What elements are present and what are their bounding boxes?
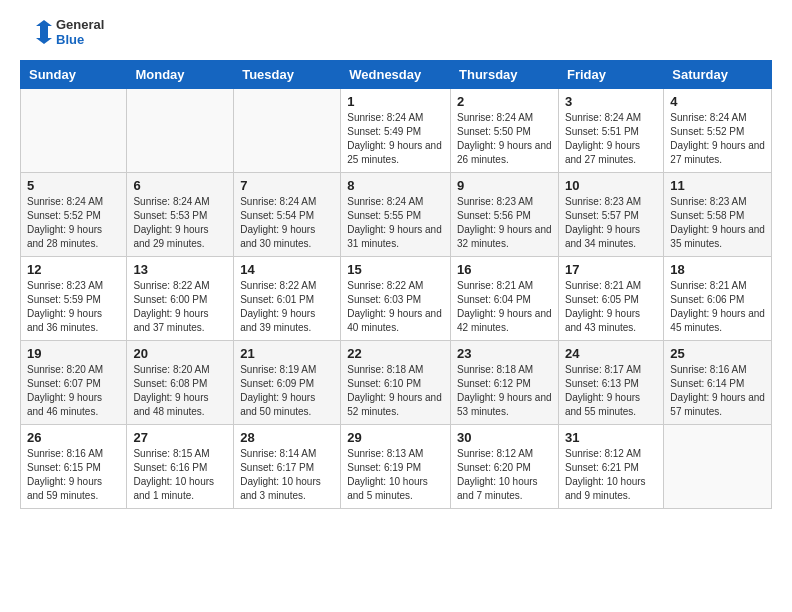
logo: General Blue — [20, 16, 104, 48]
day-number: 23 — [457, 346, 552, 361]
calendar-cell: 24Sunrise: 8:17 AMSunset: 6:13 PMDayligh… — [558, 341, 663, 425]
day-number: 30 — [457, 430, 552, 445]
calendar: SundayMondayTuesdayWednesdayThursdayFrid… — [20, 60, 772, 509]
calendar-cell — [664, 425, 772, 509]
day-number: 31 — [565, 430, 657, 445]
calendar-cell: 13Sunrise: 8:22 AMSunset: 6:00 PMDayligh… — [127, 257, 234, 341]
day-number: 11 — [670, 178, 765, 193]
day-info: Sunrise: 8:22 AMSunset: 6:03 PMDaylight:… — [347, 279, 444, 335]
weekday-header-tuesday: Tuesday — [234, 61, 341, 89]
day-info: Sunrise: 8:22 AMSunset: 6:00 PMDaylight:… — [133, 279, 227, 335]
day-number: 14 — [240, 262, 334, 277]
calendar-cell: 18Sunrise: 8:21 AMSunset: 6:06 PMDayligh… — [664, 257, 772, 341]
header: General Blue — [20, 16, 772, 48]
calendar-cell — [21, 89, 127, 173]
day-info: Sunrise: 8:13 AMSunset: 6:19 PMDaylight:… — [347, 447, 444, 503]
day-number: 28 — [240, 430, 334, 445]
calendar-cell: 1Sunrise: 8:24 AMSunset: 5:49 PMDaylight… — [341, 89, 451, 173]
day-info: Sunrise: 8:20 AMSunset: 6:08 PMDaylight:… — [133, 363, 227, 419]
day-number: 16 — [457, 262, 552, 277]
day-info: Sunrise: 8:14 AMSunset: 6:17 PMDaylight:… — [240, 447, 334, 503]
day-number: 15 — [347, 262, 444, 277]
day-info: Sunrise: 8:24 AMSunset: 5:50 PMDaylight:… — [457, 111, 552, 167]
day-number: 9 — [457, 178, 552, 193]
calendar-cell: 9Sunrise: 8:23 AMSunset: 5:56 PMDaylight… — [451, 173, 559, 257]
day-info: Sunrise: 8:24 AMSunset: 5:49 PMDaylight:… — [347, 111, 444, 167]
day-info: Sunrise: 8:24 AMSunset: 5:53 PMDaylight:… — [133, 195, 227, 251]
calendar-cell: 22Sunrise: 8:18 AMSunset: 6:10 PMDayligh… — [341, 341, 451, 425]
day-info: Sunrise: 8:24 AMSunset: 5:54 PMDaylight:… — [240, 195, 334, 251]
day-info: Sunrise: 8:15 AMSunset: 6:16 PMDaylight:… — [133, 447, 227, 503]
calendar-cell: 3Sunrise: 8:24 AMSunset: 5:51 PMDaylight… — [558, 89, 663, 173]
day-number: 21 — [240, 346, 334, 361]
day-number: 29 — [347, 430, 444, 445]
day-number: 8 — [347, 178, 444, 193]
calendar-cell: 23Sunrise: 8:18 AMSunset: 6:12 PMDayligh… — [451, 341, 559, 425]
day-info: Sunrise: 8:18 AMSunset: 6:10 PMDaylight:… — [347, 363, 444, 419]
calendar-cell: 31Sunrise: 8:12 AMSunset: 6:21 PMDayligh… — [558, 425, 663, 509]
page: General Blue SundayMondayTuesdayWednesda… — [0, 0, 792, 525]
day-number: 6 — [133, 178, 227, 193]
calendar-cell: 10Sunrise: 8:23 AMSunset: 5:57 PMDayligh… — [558, 173, 663, 257]
calendar-cell: 16Sunrise: 8:21 AMSunset: 6:04 PMDayligh… — [451, 257, 559, 341]
day-number: 13 — [133, 262, 227, 277]
day-info: Sunrise: 8:16 AMSunset: 6:15 PMDaylight:… — [27, 447, 120, 503]
calendar-cell: 17Sunrise: 8:21 AMSunset: 6:05 PMDayligh… — [558, 257, 663, 341]
logo-text: General — [56, 17, 104, 32]
weekday-header-sunday: Sunday — [21, 61, 127, 89]
calendar-cell: 29Sunrise: 8:13 AMSunset: 6:19 PMDayligh… — [341, 425, 451, 509]
day-number: 2 — [457, 94, 552, 109]
calendar-cell: 5Sunrise: 8:24 AMSunset: 5:52 PMDaylight… — [21, 173, 127, 257]
day-info: Sunrise: 8:24 AMSunset: 5:55 PMDaylight:… — [347, 195, 444, 251]
calendar-cell: 4Sunrise: 8:24 AMSunset: 5:52 PMDaylight… — [664, 89, 772, 173]
day-number: 26 — [27, 430, 120, 445]
calendar-week-row: 5Sunrise: 8:24 AMSunset: 5:52 PMDaylight… — [21, 173, 772, 257]
calendar-cell: 20Sunrise: 8:20 AMSunset: 6:08 PMDayligh… — [127, 341, 234, 425]
day-info: Sunrise: 8:18 AMSunset: 6:12 PMDaylight:… — [457, 363, 552, 419]
calendar-cell — [127, 89, 234, 173]
day-number: 18 — [670, 262, 765, 277]
day-info: Sunrise: 8:12 AMSunset: 6:21 PMDaylight:… — [565, 447, 657, 503]
calendar-cell: 26Sunrise: 8:16 AMSunset: 6:15 PMDayligh… — [21, 425, 127, 509]
day-number: 5 — [27, 178, 120, 193]
weekday-header-saturday: Saturday — [664, 61, 772, 89]
calendar-cell: 30Sunrise: 8:12 AMSunset: 6:20 PMDayligh… — [451, 425, 559, 509]
weekday-header-monday: Monday — [127, 61, 234, 89]
day-info: Sunrise: 8:24 AMSunset: 5:52 PMDaylight:… — [670, 111, 765, 167]
calendar-cell — [234, 89, 341, 173]
day-info: Sunrise: 8:12 AMSunset: 6:20 PMDaylight:… — [457, 447, 552, 503]
calendar-cell: 11Sunrise: 8:23 AMSunset: 5:58 PMDayligh… — [664, 173, 772, 257]
day-number: 19 — [27, 346, 120, 361]
weekday-header-thursday: Thursday — [451, 61, 559, 89]
day-info: Sunrise: 8:23 AMSunset: 5:56 PMDaylight:… — [457, 195, 552, 251]
day-number: 20 — [133, 346, 227, 361]
weekday-header-wednesday: Wednesday — [341, 61, 451, 89]
day-info: Sunrise: 8:24 AMSunset: 5:51 PMDaylight:… — [565, 111, 657, 167]
calendar-cell: 7Sunrise: 8:24 AMSunset: 5:54 PMDaylight… — [234, 173, 341, 257]
day-number: 12 — [27, 262, 120, 277]
day-number: 4 — [670, 94, 765, 109]
calendar-week-row: 12Sunrise: 8:23 AMSunset: 5:59 PMDayligh… — [21, 257, 772, 341]
calendar-cell: 14Sunrise: 8:22 AMSunset: 6:01 PMDayligh… — [234, 257, 341, 341]
calendar-cell: 25Sunrise: 8:16 AMSunset: 6:14 PMDayligh… — [664, 341, 772, 425]
logo-blue-text: Blue — [56, 32, 104, 47]
calendar-cell: 6Sunrise: 8:24 AMSunset: 5:53 PMDaylight… — [127, 173, 234, 257]
day-number: 22 — [347, 346, 444, 361]
day-number: 1 — [347, 94, 444, 109]
calendar-cell: 19Sunrise: 8:20 AMSunset: 6:07 PMDayligh… — [21, 341, 127, 425]
calendar-week-row: 1Sunrise: 8:24 AMSunset: 5:49 PMDaylight… — [21, 89, 772, 173]
calendar-cell: 28Sunrise: 8:14 AMSunset: 6:17 PMDayligh… — [234, 425, 341, 509]
day-info: Sunrise: 8:19 AMSunset: 6:09 PMDaylight:… — [240, 363, 334, 419]
calendar-week-row: 26Sunrise: 8:16 AMSunset: 6:15 PMDayligh… — [21, 425, 772, 509]
calendar-cell: 15Sunrise: 8:22 AMSunset: 6:03 PMDayligh… — [341, 257, 451, 341]
calendar-header-row: SundayMondayTuesdayWednesdayThursdayFrid… — [21, 61, 772, 89]
day-number: 25 — [670, 346, 765, 361]
day-info: Sunrise: 8:21 AMSunset: 6:04 PMDaylight:… — [457, 279, 552, 335]
day-number: 27 — [133, 430, 227, 445]
day-info: Sunrise: 8:16 AMSunset: 6:14 PMDaylight:… — [670, 363, 765, 419]
day-number: 3 — [565, 94, 657, 109]
svg-marker-0 — [36, 20, 52, 44]
calendar-cell: 12Sunrise: 8:23 AMSunset: 5:59 PMDayligh… — [21, 257, 127, 341]
day-number: 7 — [240, 178, 334, 193]
day-info: Sunrise: 8:17 AMSunset: 6:13 PMDaylight:… — [565, 363, 657, 419]
